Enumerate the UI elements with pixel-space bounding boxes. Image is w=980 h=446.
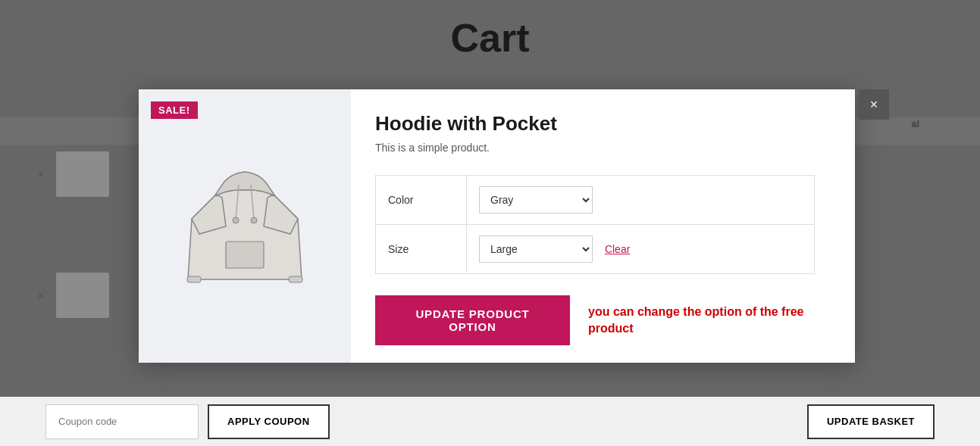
svg-rect-0	[226, 242, 264, 268]
color-option-row: Color Gray Blue Black Red	[376, 176, 815, 225]
color-label: Color	[376, 176, 467, 225]
page-title: Cart	[0, 0, 980, 61]
product-options-table: Color Gray Blue Black Red Size Small Med…	[375, 175, 815, 274]
apply-coupon-button[interactable]: APPLY COUPON	[208, 404, 330, 439]
coupon-section: APPLY COUPON	[45, 404, 330, 439]
size-option-row: Size Small Medium Large XL Clear	[376, 225, 815, 274]
modal-image-section: SALE!	[139, 89, 351, 363]
size-select[interactable]: Small Medium Large XL	[479, 235, 593, 263]
svg-rect-4	[289, 276, 302, 282]
footer-bar: APPLY COUPON UPDATE BASKET	[0, 397, 980, 446]
size-select-cell: Small Medium Large XL Clear	[467, 225, 815, 274]
total-col-header: al	[911, 118, 919, 129]
product-modal: × SALE! Hood	[139, 89, 855, 363]
coupon-input[interactable]	[45, 404, 199, 439]
modal-close-button[interactable]: ×	[859, 89, 889, 120]
update-product-option-button[interactable]: UPDATE PRODUCT OPTION	[375, 295, 570, 345]
color-select-cell: Gray Blue Black Red	[467, 176, 815, 225]
remove-icon-bg-2: ×	[38, 289, 44, 301]
color-select[interactable]: Gray Blue Black Red	[479, 186, 593, 214]
svg-point-6	[251, 217, 257, 223]
update-basket-button[interactable]: UPDATE BASKET	[807, 404, 935, 439]
modal-bottom: UPDATE PRODUCT OPTION you can change the…	[375, 295, 831, 345]
product-description: This is a simple product.	[375, 142, 831, 154]
svg-rect-3	[187, 276, 201, 282]
svg-point-5	[233, 217, 239, 223]
modal-content: Hoodie with Pocket This is a simple prod…	[351, 89, 855, 363]
free-product-note: you can change the option of the free pr…	[588, 304, 831, 338]
product-image	[177, 143, 313, 310]
size-label: Size	[376, 225, 467, 274]
product-title: Hoodie with Pocket	[375, 112, 831, 136]
sale-badge: SALE!	[151, 101, 198, 119]
clear-link[interactable]: Clear	[605, 243, 630, 255]
remove-icon-bg: ×	[38, 168, 44, 180]
